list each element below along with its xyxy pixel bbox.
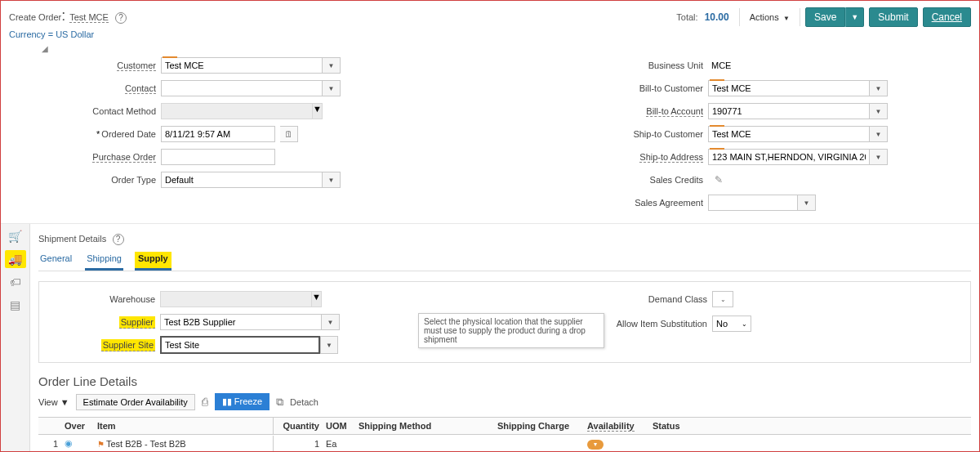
- grid-header: Over Item Quantity UOM Shipping Method S…: [38, 417, 971, 435]
- label-supplier: Supplier: [119, 316, 155, 329]
- col-item[interactable]: Item: [94, 418, 274, 434]
- col-uom[interactable]: UOM: [323, 418, 355, 434]
- label-ordered-date: Ordered Date: [101, 129, 156, 139]
- submit-button[interactable]: Submit: [869, 7, 917, 27]
- order-line-details-title: Order Line Details: [38, 374, 971, 388]
- bill-to-customer-input[interactable]: [708, 80, 870, 96]
- contact-method-input: ▼: [161, 103, 323, 119]
- col-status[interactable]: Status: [649, 418, 723, 434]
- row-item-text: Test B2B - Test B2B: [106, 439, 186, 449]
- total-value: 10.00: [705, 11, 729, 23]
- cart-icon[interactable]: 🛒: [5, 227, 26, 245]
- title-order-name: Test MCE: [69, 12, 109, 23]
- col-availability[interactable]: Availability: [587, 421, 635, 432]
- col-over[interactable]: Over: [61, 418, 94, 434]
- shipment-details-title: Shipment Details: [38, 234, 106, 244]
- currency-text: Currency = US Dollar: [9, 29, 979, 39]
- tab-general[interactable]: General: [38, 252, 74, 271]
- label-order-type: Order Type: [50, 175, 156, 185]
- total-label: Total:: [676, 12, 697, 22]
- customer-input[interactable]: [161, 57, 323, 74]
- collapse-icon[interactable]: ◢: [42, 44, 979, 53]
- order-type-input[interactable]: [161, 172, 323, 188]
- label-ship-customer: Ship-to Customer: [597, 129, 703, 139]
- flag-icon: ⚑: [97, 440, 105, 449]
- label-contact-method: Contact Method: [50, 106, 156, 116]
- col-ship-charge[interactable]: Shipping Charge: [494, 418, 584, 434]
- cancel-button[interactable]: Cancel: [923, 7, 971, 27]
- estimate-availability-button[interactable]: Estimate Order Availability: [76, 394, 195, 410]
- label-ship-address: Ship-to Address: [639, 152, 703, 163]
- business-unit-value: MCE: [708, 60, 731, 70]
- warehouse-input: ▼: [160, 291, 322, 307]
- warehouse-dropdown-icon: ▼: [311, 292, 321, 307]
- tab-supply[interactable]: Supply: [135, 252, 172, 271]
- tab-shipping[interactable]: Shipping: [85, 252, 123, 271]
- supplier-site-input[interactable]: [160, 336, 320, 354]
- actions-menu[interactable]: Actions ▼: [745, 11, 795, 23]
- export-icon[interactable]: ⎙: [202, 396, 208, 408]
- ship-to-address-dropdown-icon[interactable]: ▼: [870, 149, 888, 165]
- label-sales-credits: Sales Credits: [597, 175, 703, 185]
- customer-dropdown-icon[interactable]: ▼: [323, 57, 341, 74]
- bill-to-account-input[interactable]: [708, 103, 870, 119]
- detach-icon[interactable]: ⧉: [276, 396, 283, 409]
- label-customer: Customer: [117, 60, 156, 71]
- demand-class-dropdown[interactable]: ⌄: [712, 291, 733, 307]
- title-prefix: Create Order: [9, 12, 61, 22]
- row-index: 1: [38, 436, 61, 452]
- truck-icon[interactable]: 🚚: [5, 250, 26, 268]
- ordered-date-input[interactable]: [161, 126, 275, 142]
- label-demand-class: Demand Class: [585, 294, 707, 304]
- allow-item-sub-dropdown[interactable]: No⌄: [712, 316, 751, 332]
- label-contact: Contact: [125, 83, 156, 94]
- col-quantity[interactable]: Quantity: [274, 418, 323, 434]
- sales-agreement-dropdown-icon[interactable]: ▼: [798, 195, 816, 211]
- ship-to-customer-input[interactable]: [708, 126, 870, 142]
- page-title: Create Order: Test MCE ?: [9, 7, 127, 25]
- sales-agreement-input[interactable]: [708, 195, 798, 211]
- table-row[interactable]: 1 ◉ ⚑Test B2B - Test B2B 1 Ea ▾: [38, 435, 971, 452]
- contact-input[interactable]: [161, 80, 323, 96]
- view-menu[interactable]: View ▼: [38, 397, 69, 407]
- ship-to-address-input[interactable]: [708, 149, 870, 165]
- contact-dropdown-icon[interactable]: ▼: [323, 80, 341, 96]
- supplier-dropdown-icon[interactable]: ▼: [322, 314, 340, 330]
- bill-to-customer-dropdown-icon[interactable]: ▼: [870, 80, 888, 96]
- divider: [800, 8, 800, 26]
- ship-to-customer-dropdown-icon[interactable]: ▼: [870, 126, 888, 142]
- supplier-input[interactable]: [160, 314, 322, 330]
- date-picker-icon[interactable]: 🗓: [280, 126, 298, 142]
- label-bu: Business Unit: [597, 60, 703, 70]
- label-warehouse: Warehouse: [49, 294, 155, 304]
- divider: [739, 8, 740, 26]
- col-ship-method[interactable]: Shipping Method: [355, 418, 494, 434]
- help-icon[interactable]: ?: [113, 234, 124, 245]
- freeze-button[interactable]: ▮▮ Freeze: [215, 393, 270, 410]
- supplier-site-tooltip: Select the physical location that the su…: [418, 313, 604, 348]
- row-uom: Ea: [323, 436, 355, 452]
- sales-credits-edit-icon[interactable]: ✎: [715, 174, 723, 186]
- help-icon[interactable]: ?: [115, 12, 127, 24]
- bill-to-account-dropdown-icon[interactable]: ▼: [870, 103, 888, 119]
- availability-badge[interactable]: ▾: [587, 440, 604, 450]
- tag-icon[interactable]: 🏷: [5, 273, 26, 291]
- label-sales-agreement: Sales Agreement: [597, 198, 703, 208]
- label-po: Purchase Order: [92, 152, 156, 163]
- purchase-order-input[interactable]: [161, 149, 275, 165]
- supplier-site-dropdown-icon[interactable]: ▼: [320, 336, 338, 354]
- label-bill-account: Bill-to Account: [646, 106, 703, 117]
- label-bill-customer: Bill-to Customer: [597, 83, 703, 93]
- label-supplier-site: Supplier Site: [101, 339, 155, 351]
- save-button[interactable]: Save: [805, 7, 845, 27]
- overview-icon[interactable]: ◉: [65, 438, 73, 448]
- detach-label[interactable]: Detach: [290, 397, 318, 407]
- save-dropdown-button[interactable]: ▼: [845, 7, 864, 27]
- order-type-dropdown-icon[interactable]: ▼: [323, 172, 341, 188]
- contact-method-dropdown-icon: ▼: [312, 104, 322, 119]
- row-qty: 1: [274, 436, 323, 452]
- table-icon[interactable]: ▤: [5, 296, 26, 314]
